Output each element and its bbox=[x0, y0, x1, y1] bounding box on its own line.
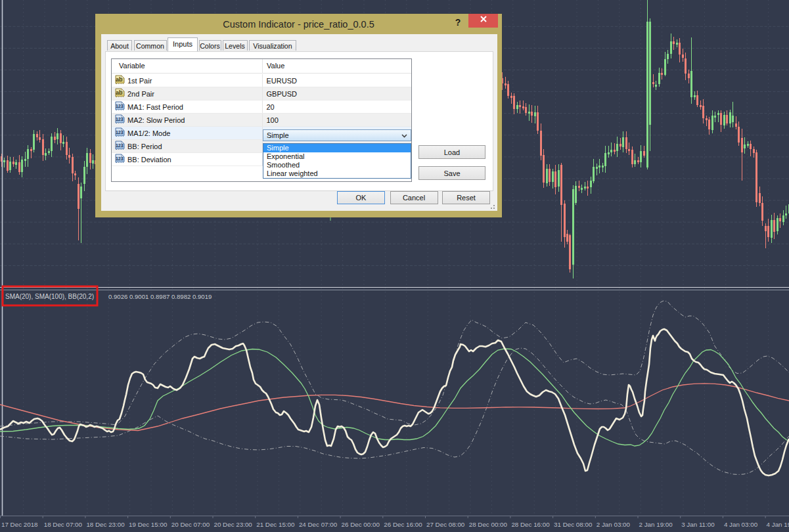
svg-text:17 Dec 2018: 17 Dec 2018 bbox=[1, 521, 38, 528]
svg-text:27 Dec 08:00: 27 Dec 08:00 bbox=[426, 521, 465, 528]
svg-text:19 Dec 15:00: 19 Dec 15:00 bbox=[129, 521, 168, 528]
svg-text:3 Jan 11:00: 3 Jan 11:00 bbox=[681, 521, 715, 528]
svg-text:ab: ab bbox=[116, 76, 123, 83]
svg-text:4 Jan 03:00: 4 Jan 03:00 bbox=[724, 521, 758, 528]
svg-text:28 Dec 16:00: 28 Dec 16:00 bbox=[511, 521, 550, 528]
svg-text:SMA(20), SMA(100), BB(20,2): SMA(20), SMA(100), BB(20,2) bbox=[5, 293, 94, 300]
svg-text:123: 123 bbox=[116, 117, 124, 122]
svg-text:0.9026 0.9001 0.8987 0.8982 0.: 0.9026 0.9001 0.8987 0.8982 0.9019 bbox=[108, 293, 212, 300]
svg-text:2 Jan 03:00: 2 Jan 03:00 bbox=[597, 521, 631, 528]
svg-text:26 Dec 00:00: 26 Dec 00:00 bbox=[342, 521, 380, 528]
svg-text:123: 123 bbox=[116, 104, 124, 108]
svg-text:18 Dec 23:00: 18 Dec 23:00 bbox=[86, 521, 125, 528]
svg-text:26 Dec 16:00: 26 Dec 16:00 bbox=[384, 521, 422, 528]
svg-text:31 Dec 08:00: 31 Dec 08:00 bbox=[554, 521, 593, 528]
svg-text:123: 123 bbox=[116, 156, 124, 161]
svg-text:28 Dec 00:00: 28 Dec 00:00 bbox=[469, 521, 508, 528]
svg-text:24 Dec 07:00: 24 Dec 07:00 bbox=[299, 521, 338, 528]
svg-text:ab: ab bbox=[116, 89, 123, 96]
svg-text:123: 123 bbox=[116, 143, 124, 148]
svg-text:20 Dec 23:00: 20 Dec 23:00 bbox=[214, 521, 253, 528]
svg-text:4 Jan 19:00: 4 Jan 19:00 bbox=[767, 521, 789, 528]
svg-text:18 Dec 07:00: 18 Dec 07:00 bbox=[44, 521, 83, 528]
svg-text:20 Dec 07:00: 20 Dec 07:00 bbox=[171, 521, 210, 528]
svg-text:2 Jan 19:00: 2 Jan 19:00 bbox=[639, 521, 673, 528]
svg-text:21 Dec 15:00: 21 Dec 15:00 bbox=[256, 521, 295, 528]
svg-text:123: 123 bbox=[116, 130, 124, 135]
